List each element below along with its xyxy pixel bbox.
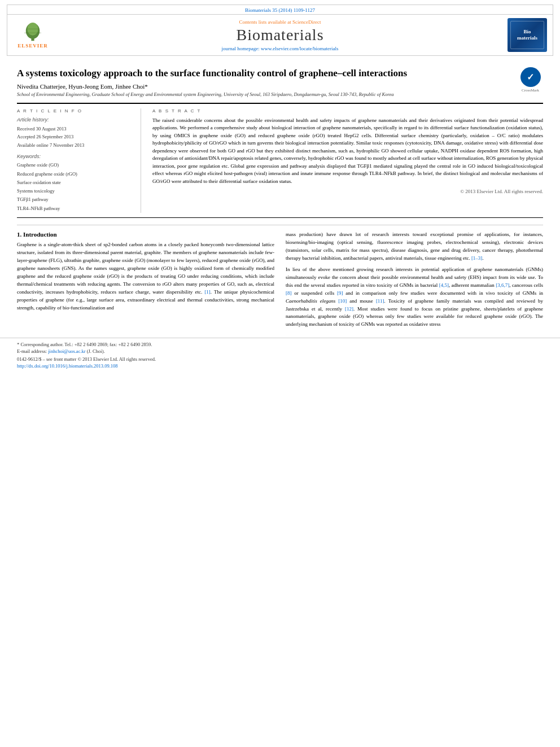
keyword-3: Surface oxidation state [17,178,134,187]
crossmark-label: CrossMark [522,88,539,93]
biomaterials-logo: Biomaterials [508,18,547,52]
abstract-heading: A B S T R A C T [152,108,543,113]
received-date: Received 30 August 2013 [17,125,134,133]
elsevier-wordmark: ELSEVIER [18,43,48,49]
intro-heading: 1. Introduction [17,231,274,238]
footnote-star: * Corresponding author. Tel.: +82 2 6490… [17,342,543,347]
keyword-2: Reduced graphene oxide (rGO) [17,170,134,178]
author-email[interactable]: jinhchoi@uos.ac.kr [48,348,85,354]
journal-banner: ELSEVIER Contents lists available at Sci… [7,15,553,55]
abstract-col: A B S T R A C T The raised considerable … [152,108,543,213]
article-info-col: A R T I C L E I N F O Article history: R… [17,108,141,213]
article-dates: Received 30 August 2013 Accepted 26 Sept… [17,125,134,149]
homepage-line: journal homepage: www.elsevier.com/locat… [53,46,508,51]
article-info-heading: A R T I C L E I N F O [17,108,134,113]
article-title: A systems toxicology approach to the sur… [17,67,509,80]
keyword-1: Graphene oxide (GO) [17,161,134,169]
body-right: mass production) have drawn lot of resea… [286,231,543,332]
keyword-5: TGFβ1 pathway [17,195,134,204]
journal-title-banner: Biomaterials [53,26,508,44]
copyright-line: © 2013 Elsevier Ltd. All rights reserved… [152,189,543,194]
journal-citation: Biomaterials 35 (2014) 1109-1127 [7,5,553,15]
keyword-4: Systems toxicology [17,187,134,195]
sciencedirect-text: Contents lists available at ScienceDirec… [53,19,508,25]
keywords-label: Keywords: [17,154,134,159]
history-label: Article history: [17,117,134,123]
authors-line: Nivedita Chatterjee, Hyun-Jeong Eom, Jin… [17,83,543,90]
article-title-container: A systems toxicology approach to the sur… [17,67,543,80]
accepted-date: Accepted 26 September 2013 [17,133,134,141]
article-footer: * Corresponding author. Tel.: +82 2 6490… [0,338,560,372]
elsevier-logo: ELSEVIER [13,22,53,49]
body-left: 1. Introduction Graphene is a single-ato… [17,231,274,332]
intro-para-2: mass production) have drawn lot of resea… [286,231,543,263]
author-affiliation: School of Environmental Engineering, Gra… [17,91,543,98]
available-date: Available online 7 November 2013 [17,141,134,149]
keywords-list: Graphene oxide (GO) Reduced graphene oxi… [17,161,134,213]
article-content: A systems toxicology approach to the sur… [0,56,560,332]
email-line: E-mail address: jinhchoi@uos.ac.kr (J. C… [17,348,543,354]
issn-line: 0142-9612/$ – see front matter © 2013 El… [17,356,543,362]
intro-para-3: In lieu of the above mentioned growing r… [286,266,543,329]
body-section: 1. Introduction Graphene is a single-ato… [17,225,543,332]
crossmark-badge[interactable]: ✓ CrossMark [518,67,543,93]
abstract-text: The raised considerable concerns about t… [152,117,543,186]
crossmark-circle: ✓ [520,67,541,87]
intro-para-1: Graphene is a single-atom-thick sheet of… [17,241,274,312]
article-meta-section: A R T I C L E I N F O Article history: R… [17,103,543,218]
journal-banner-center: Contents lists available at ScienceDirec… [53,19,508,51]
keyword-6: TLR4–NFkB pathway [17,204,134,213]
journal-header: Biomaterials 35 (2014) 1109-1127 ELSEVIE… [7,5,553,56]
doi-line[interactable]: http://dx.doi.org/10.1016/j.biomaterials… [17,363,543,369]
